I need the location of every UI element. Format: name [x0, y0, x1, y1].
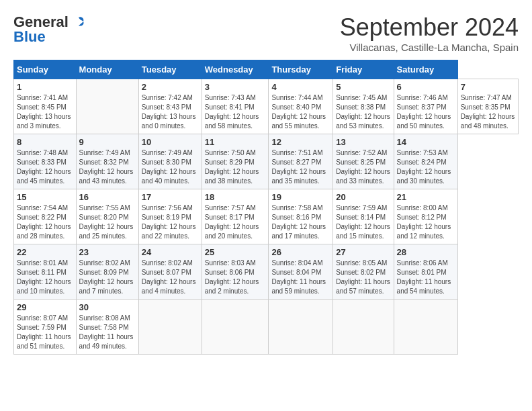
calendar-cell: [138, 300, 202, 355]
calendar-cell: 1Sunrise: 7:41 AMSunset: 8:45 PMDaylight…: [14, 79, 77, 134]
day-number: 5: [336, 82, 390, 92]
day-number: 1: [17, 82, 73, 92]
day-number: 18: [205, 192, 266, 202]
day-number: 8: [17, 137, 73, 147]
day-info: Sunrise: 8:05 AMSunset: 8:02 PMDaylight:…: [336, 259, 390, 296]
location-subtitle: Villacanas, Castille-La Mancha, Spain: [340, 42, 519, 53]
calendar-cell: 17Sunrise: 7:56 AMSunset: 8:19 PMDayligh…: [138, 189, 202, 244]
day-number: 26: [271, 247, 330, 257]
day-info: Sunrise: 7:52 AMSunset: 8:25 PMDaylight:…: [336, 148, 390, 186]
calendar-cell: 14Sunrise: 7:53 AMSunset: 8:24 PMDayligh…: [394, 134, 457, 189]
calendar-cell: 5Sunrise: 7:45 AMSunset: 8:38 PMDaylight…: [333, 79, 394, 134]
calendar-cell: 22Sunrise: 8:01 AMSunset: 8:11 PMDayligh…: [14, 244, 77, 300]
calendar-table: SundayMondayTuesdayWednesdayThursdayFrid…: [13, 60, 519, 355]
day-info: Sunrise: 7:54 AMSunset: 8:22 PMDaylight:…: [17, 203, 73, 241]
day-info: Sunrise: 8:00 AMSunset: 8:12 PMDaylight:…: [397, 203, 455, 241]
calendar-row: 1Sunrise: 7:41 AMSunset: 8:45 PMDaylight…: [14, 79, 519, 134]
day-number: 28: [397, 247, 455, 257]
calendar-row: 29Sunrise: 8:07 AMSunset: 7:59 PMDayligh…: [14, 300, 519, 355]
day-info: Sunrise: 7:51 AMSunset: 8:27 PMDaylight:…: [271, 148, 330, 186]
day-info: Sunrise: 8:01 AMSunset: 8:11 PMDaylight:…: [17, 259, 73, 296]
day-number: 16: [79, 192, 136, 202]
header-monday: Monday: [76, 60, 138, 79]
logo-blue: Blue: [13, 28, 46, 46]
calendar-cell: 26Sunrise: 8:04 AMSunset: 8:04 PMDayligh…: [269, 244, 333, 300]
calendar-cell: [76, 79, 138, 134]
day-info: Sunrise: 8:02 AMSunset: 8:07 PMDaylight:…: [142, 259, 199, 296]
day-info: Sunrise: 8:07 AMSunset: 7:59 PMDaylight:…: [17, 314, 73, 351]
day-number: 21: [397, 192, 455, 202]
logo: General Blue: [13, 13, 86, 46]
header-sunday: Sunday: [14, 60, 77, 79]
day-number: 13: [336, 137, 390, 147]
month-title: September 2024: [340, 13, 519, 42]
calendar-cell: 2Sunrise: 7:42 AMSunset: 8:43 PMDaylight…: [138, 79, 202, 134]
calendar-cell: 13Sunrise: 7:52 AMSunset: 8:25 PMDayligh…: [333, 134, 394, 189]
calendar-cell: [202, 300, 269, 355]
day-info: Sunrise: 7:41 AMSunset: 8:45 PMDaylight:…: [17, 93, 73, 131]
calendar-cell: 18Sunrise: 7:57 AMSunset: 8:17 PMDayligh…: [202, 189, 269, 244]
logo-bird-icon: [71, 15, 86, 30]
day-info: Sunrise: 7:49 AMSunset: 8:30 PMDaylight:…: [142, 148, 199, 186]
header-saturday: Saturday: [394, 60, 457, 79]
calendar-cell: 4Sunrise: 7:44 AMSunset: 8:40 PMDaylight…: [269, 79, 333, 134]
day-info: Sunrise: 7:56 AMSunset: 8:19 PMDaylight:…: [142, 203, 199, 241]
day-number: 19: [271, 192, 330, 202]
header-wednesday: Wednesday: [202, 60, 269, 79]
calendar-cell: [333, 300, 394, 355]
day-info: Sunrise: 7:45 AMSunset: 8:38 PMDaylight:…: [336, 93, 390, 131]
calendar-cell: 19Sunrise: 7:58 AMSunset: 8:16 PMDayligh…: [269, 189, 333, 244]
calendar-cell: 30Sunrise: 8:08 AMSunset: 7:58 PMDayligh…: [76, 300, 138, 355]
day-number: 29: [17, 302, 73, 312]
day-info: Sunrise: 7:42 AMSunset: 8:43 PMDaylight:…: [142, 93, 199, 131]
calendar-cell: [394, 300, 457, 355]
calendar-cell: 28Sunrise: 8:06 AMSunset: 8:01 PMDayligh…: [394, 244, 457, 300]
day-info: Sunrise: 7:57 AMSunset: 8:17 PMDaylight:…: [205, 203, 266, 241]
day-number: 3: [205, 82, 266, 92]
page-header: General Blue September 2024 Villacanas, …: [13, 13, 519, 53]
calendar-cell: 3Sunrise: 7:43 AMSunset: 8:41 PMDaylight…: [202, 79, 269, 134]
calendar-cell: 24Sunrise: 8:02 AMSunset: 8:07 PMDayligh…: [138, 244, 202, 300]
calendar-cell: 23Sunrise: 8:02 AMSunset: 8:09 PMDayligh…: [76, 244, 138, 300]
header-row: SundayMondayTuesdayWednesdayThursdayFrid…: [14, 60, 519, 79]
day-info: Sunrise: 7:49 AMSunset: 8:32 PMDaylight:…: [79, 148, 136, 186]
day-info: Sunrise: 7:48 AMSunset: 8:33 PMDaylight:…: [17, 148, 73, 186]
calendar-cell: 27Sunrise: 8:05 AMSunset: 8:02 PMDayligh…: [333, 244, 394, 300]
calendar-cell: 8Sunrise: 7:48 AMSunset: 8:33 PMDaylight…: [14, 134, 77, 189]
day-info: Sunrise: 7:58 AMSunset: 8:16 PMDaylight:…: [271, 203, 330, 241]
calendar-cell: 9Sunrise: 7:49 AMSunset: 8:32 PMDaylight…: [76, 134, 138, 189]
calendar-row: 15Sunrise: 7:54 AMSunset: 8:22 PMDayligh…: [14, 189, 519, 244]
day-number: 10: [142, 137, 199, 147]
day-info: Sunrise: 7:46 AMSunset: 8:37 PMDaylight:…: [397, 93, 455, 131]
day-number: 2: [142, 82, 199, 92]
day-info: Sunrise: 7:47 AMSunset: 8:35 PMDaylight:…: [461, 93, 515, 131]
day-number: 9: [79, 137, 136, 147]
day-number: 15: [17, 192, 73, 202]
day-info: Sunrise: 8:02 AMSunset: 8:09 PMDaylight:…: [79, 259, 136, 296]
day-number: 24: [142, 247, 199, 257]
day-number: 17: [142, 192, 199, 202]
day-info: Sunrise: 8:04 AMSunset: 8:04 PMDaylight:…: [271, 259, 330, 296]
day-number: 7: [461, 82, 515, 92]
day-info: Sunrise: 7:44 AMSunset: 8:40 PMDaylight:…: [271, 93, 330, 131]
day-number: 25: [205, 247, 266, 257]
day-info: Sunrise: 7:53 AMSunset: 8:24 PMDaylight:…: [397, 148, 455, 186]
calendar-cell: 21Sunrise: 8:00 AMSunset: 8:12 PMDayligh…: [394, 189, 457, 244]
calendar-cell: 15Sunrise: 7:54 AMSunset: 8:22 PMDayligh…: [14, 189, 77, 244]
day-info: Sunrise: 7:55 AMSunset: 8:20 PMDaylight:…: [79, 203, 136, 241]
title-block: September 2024 Villacanas, Castille-La M…: [340, 13, 519, 53]
day-info: Sunrise: 8:03 AMSunset: 8:06 PMDaylight:…: [205, 259, 266, 296]
calendar-cell: 6Sunrise: 7:46 AMSunset: 8:37 PMDaylight…: [394, 79, 457, 134]
calendar-cell: 11Sunrise: 7:50 AMSunset: 8:29 PMDayligh…: [202, 134, 269, 189]
day-info: Sunrise: 8:06 AMSunset: 8:01 PMDaylight:…: [397, 259, 455, 296]
calendar-cell: 20Sunrise: 7:59 AMSunset: 8:14 PMDayligh…: [333, 189, 394, 244]
calendar-cell: 29Sunrise: 8:07 AMSunset: 7:59 PMDayligh…: [14, 300, 77, 355]
day-number: 11: [205, 137, 266, 147]
calendar-row: 22Sunrise: 8:01 AMSunset: 8:11 PMDayligh…: [14, 244, 519, 300]
calendar-cell: 12Sunrise: 7:51 AMSunset: 8:27 PMDayligh…: [269, 134, 333, 189]
day-number: 22: [17, 247, 73, 257]
calendar-row: 8Sunrise: 7:48 AMSunset: 8:33 PMDaylight…: [14, 134, 519, 189]
day-info: Sunrise: 7:59 AMSunset: 8:14 PMDaylight:…: [336, 203, 390, 241]
day-number: 30: [79, 302, 136, 312]
day-number: 20: [336, 192, 390, 202]
